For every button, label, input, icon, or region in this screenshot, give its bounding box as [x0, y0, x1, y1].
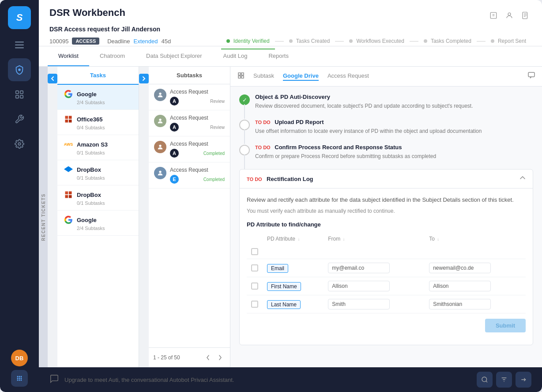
task-item-office365[interactable]: Office365 0/4 Subtasks	[57, 110, 139, 135]
notebook-icon[interactable]	[519, 9, 531, 22]
subtask-avatar-3	[154, 141, 166, 153]
svg-rect-18	[490, 12, 497, 19]
progress-tab-tasks[interactable]: Tasks Created	[284, 36, 335, 46]
svg-point-8	[18, 143, 21, 145]
svg-rect-40	[238, 76, 241, 78]
svg-point-17	[21, 380, 22, 381]
search-bottom-button[interactable]	[477, 372, 493, 388]
task-name-office365: Office365	[77, 116, 103, 123]
from-lastname-select[interactable]: Smith	[328, 299, 390, 309]
tab-data-subject-explorer[interactable]: Data Subject Explorer	[136, 46, 212, 66]
task-item-dropbox-2[interactable]: DropBox 0/1 Subtasks	[57, 185, 139, 211]
expand-subtask-icon[interactable]	[237, 67, 245, 86]
subtask-item-1[interactable]: Access Request A Review	[149, 84, 230, 110]
task-item-dropbox-1[interactable]: DropBox 0/1 Subtasks	[57, 160, 139, 185]
subtask-avatar-2	[154, 115, 166, 127]
checkbox-email[interactable]	[251, 264, 258, 271]
from-firstname-select[interactable]: Allison	[328, 281, 390, 291]
header-top: DSR Workbench	[49, 7, 531, 26]
export-icon[interactable]	[487, 9, 500, 22]
task-sub-office365: 0/4 Subtasks	[64, 125, 132, 130]
task-sub-google-2: 2/4 Subtasks	[64, 226, 132, 231]
comment-icon[interactable]	[528, 67, 535, 86]
worklist-panel-header: Tasks	[57, 67, 139, 85]
task-step-1: ✓ Object & PD Auti-Discovery Review disc…	[239, 94, 533, 110]
progress-tabs: Identity Verified Tasks Created Workflow…	[221, 36, 531, 46]
th-checkbox	[247, 233, 263, 245]
submit-area: Submit	[247, 313, 526, 338]
to-email-select[interactable]: newemail@co.de	[429, 263, 491, 273]
step-circle-3	[239, 145, 250, 155]
progress-tab-report[interactable]: Report Sent	[486, 36, 531, 46]
subtask-item-3[interactable]: Access Request A Completed	[149, 136, 230, 162]
checkbox-firstname[interactable]	[251, 283, 258, 290]
task-item-amazon[interactable]: AWS Amazon S3 0/1 Subtasks	[57, 135, 139, 160]
to-firstname-select[interactable]: Allison	[429, 281, 491, 291]
to-lastname-select[interactable]: Smithsonian	[429, 299, 491, 309]
task-item-google-1[interactable]: Google 2/4 Subtasks	[57, 85, 139, 110]
tab-chatroom[interactable]: Chatroom	[89, 46, 136, 66]
collapse-button-wrap	[48, 67, 57, 367]
sort-arrow-to: ↓	[437, 237, 439, 241]
arrow-bottom-button[interactable]	[516, 372, 531, 388]
subtask-info-2: Access Request A Review	[170, 115, 225, 132]
filter-bottom-button[interactable]	[496, 372, 512, 388]
pagination-prev[interactable]	[203, 352, 213, 363]
days-text: 45d	[162, 38, 171, 45]
status-completed-3: Completed	[203, 151, 225, 156]
progress-tab-completed[interactable]: Tasks Completed	[418, 36, 477, 46]
subtask-item-2[interactable]: Access Request A Review	[149, 110, 230, 136]
table-row-email: Email my@email.co	[247, 259, 526, 277]
subtask-tab-subtask[interactable]: Subtask	[253, 72, 274, 81]
from-email-select[interactable]: my@email.co	[328, 263, 390, 273]
checkbox-lastname[interactable]	[251, 301, 258, 308]
subtasks-collapse-button[interactable]	[139, 74, 149, 83]
pagination-next[interactable]	[215, 352, 226, 363]
sort-arrow-pd: ↓	[297, 237, 300, 241]
checkbox-header[interactable]	[251, 248, 258, 255]
task-step-2: TO DO Upload PD Report Use offset inform…	[239, 119, 533, 135]
subtask-tab-access-request[interactable]: Access Request	[327, 72, 369, 81]
badge-a-2: A	[170, 123, 179, 132]
task-detail-panel: Subtask Google Drive Access Request ✓	[230, 67, 542, 367]
svg-point-12	[17, 378, 19, 379]
tasks-list: Google 2/4 Subtasks Office365	[57, 85, 139, 367]
grid-dots-icon[interactable]	[11, 370, 28, 387]
collapse-rectification-icon[interactable]	[519, 175, 526, 183]
sidebar-item-shield[interactable]	[8, 58, 31, 81]
svg-point-35	[159, 119, 161, 121]
svg-point-34	[159, 93, 161, 95]
svg-rect-39	[241, 73, 244, 75]
svg-point-11	[21, 376, 22, 377]
subtask-tabs: Subtask Google Drive Access Request	[253, 72, 519, 81]
step-content-1: Object & PD Auti-Discovery Review discov…	[255, 94, 533, 110]
task-sub-google-1: 2/4 Subtasks	[64, 100, 132, 105]
svg-point-37	[159, 171, 161, 173]
progress-tab-identity[interactable]: Identity Verified	[221, 36, 275, 46]
recent-tickets-bar[interactable]: RECENT TICKETS	[39, 67, 48, 367]
user-icon[interactable]	[503, 9, 516, 22]
pd-attribute-table: PD Attribute ↓ From ↓	[247, 233, 526, 313]
rectification-section: TO DO Rectification Log Review and recti…	[239, 169, 533, 345]
subtask-item-4[interactable]: Access Request E Completed	[149, 162, 230, 188]
dropbox-icon-2	[64, 190, 73, 200]
sidebar-item-settings[interactable]	[8, 132, 31, 155]
submit-button[interactable]: Submit	[485, 319, 526, 332]
logo-text: S	[16, 12, 23, 23]
sidebar-item-dashboard[interactable]	[8, 83, 31, 106]
upgrade-text: Upgrade to meet Auti, the conversational…	[64, 377, 471, 383]
user-avatar[interactable]: DB	[11, 350, 28, 366]
pd-tag-email: Email	[267, 264, 288, 273]
pd-table-title: PD Attribute to find/change	[247, 221, 526, 228]
collapse-panel-button[interactable]	[48, 74, 57, 83]
svg-point-14	[21, 378, 22, 379]
sidebar-item-tools[interactable]	[8, 108, 31, 131]
bottom-actions	[477, 372, 531, 388]
progress-tab-workflows[interactable]: Workflows Executed	[344, 36, 410, 46]
hamburger-menu-button[interactable]	[0, 35, 39, 55]
tab-worklist[interactable]: Worklist	[48, 46, 89, 66]
subtask-tab-google-drive[interactable]: Google Drive	[283, 72, 319, 81]
task-item-google-2[interactable]: Google 2/4 Subtasks	[57, 211, 139, 236]
badge-a-3: A	[170, 149, 179, 158]
subtask-badge-3: A Completed	[170, 149, 225, 158]
